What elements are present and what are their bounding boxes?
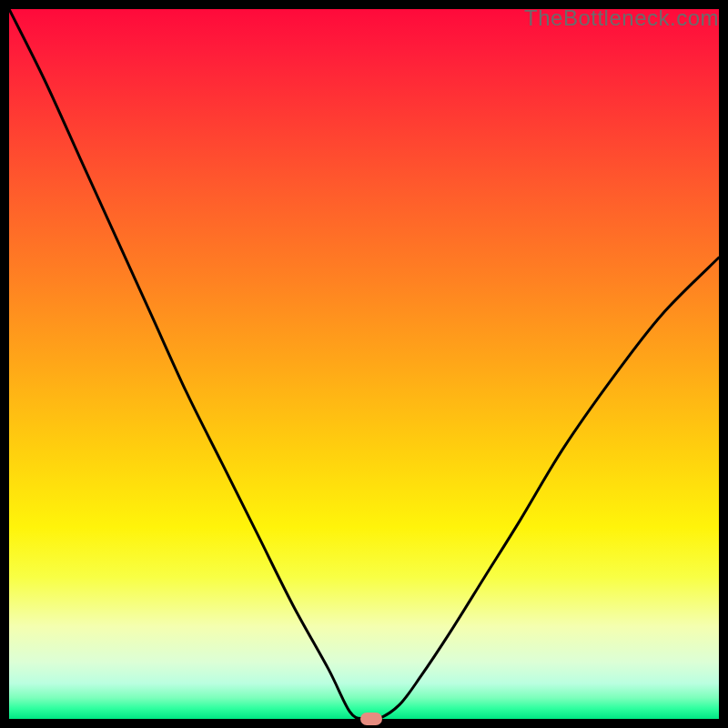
optimal-point-indicator xyxy=(360,713,382,725)
watermark-text: TheBottleneck.com xyxy=(524,5,719,31)
chart-gradient-background xyxy=(9,9,719,719)
chart-frame: TheBottleneck.com xyxy=(0,0,728,728)
